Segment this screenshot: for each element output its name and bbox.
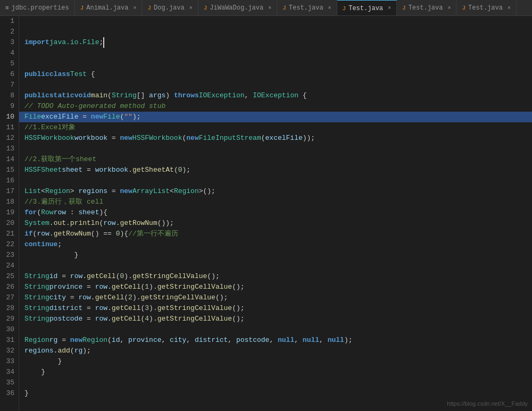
close-icon[interactable]: ×: [133, 5, 136, 11]
tab-tab-dog[interactable]: JDog.java×: [142, 0, 198, 16]
file-icon: J: [282, 5, 286, 11]
close-icon[interactable]: ×: [328, 5, 331, 11]
code-line: //1.Excel对象: [19, 122, 532, 133]
tab-label: Test.java: [409, 4, 443, 12]
line-number: 13: [2, 144, 14, 154]
code-line: [19, 58, 532, 69]
line-number: 5: [2, 58, 14, 69]
line-number: 7: [2, 80, 14, 90]
line-number: 36: [2, 388, 14, 399]
code-line: // TODO Auto-generated method stub: [19, 101, 532, 112]
line-number: 8: [2, 90, 14, 101]
tab-tab-jdbc[interactable]: ≡jdbc.properties: [0, 0, 75, 16]
code-line: [19, 261, 532, 271]
line-number: 23: [2, 250, 14, 261]
tab-tab-jiwawa[interactable]: JJiWaWaDog.java×: [198, 0, 277, 16]
line-number: 14: [2, 154, 14, 165]
code-line: HSSFSheet sheet = workbook.getSheetAt(0)…: [19, 165, 532, 175]
line-number: 34: [2, 367, 14, 378]
code-line: regions.add(rg);: [19, 346, 532, 356]
file-icon: J: [462, 5, 466, 11]
line-number: 11: [2, 122, 14, 133]
file-icon: J: [402, 5, 406, 11]
code-line: System.out.println(row.getRowNum());: [19, 218, 532, 229]
line-number: 10: [2, 112, 14, 122]
code-line: String city = row.getCell(2).getStringCe…: [19, 292, 532, 303]
tab-label: Test.java: [468, 4, 503, 12]
code-line: }: [19, 367, 532, 378]
line-number: 26: [2, 282, 14, 292]
code-line: [19, 144, 532, 154]
code-line: public class Test {: [19, 69, 532, 80]
line-number: 32: [2, 346, 14, 356]
code-line: String id = row.getCell(0).getStringCell…: [19, 271, 532, 282]
tab-label: Dog.java: [154, 4, 185, 12]
line-number: 28: [2, 303, 14, 314]
editor: 1234567891011121314151617181920212223242…: [0, 16, 532, 411]
tab-bar: ≡jdbc.propertiesJAnimal.java×JDog.java×J…: [0, 0, 532, 16]
line-number: 29: [2, 314, 14, 324]
code-line: public static void main(String[] args) t…: [19, 90, 532, 101]
close-icon[interactable]: ×: [508, 5, 511, 11]
line-number: 2: [2, 27, 14, 37]
code-line: File excelFile = new File("");: [19, 112, 532, 122]
line-number: 3: [2, 37, 14, 48]
tab-tab-test1[interactable]: JTest.java×: [277, 0, 337, 16]
code-line: //2.获取第一个sheet: [19, 154, 532, 165]
code-line: String province = row.getCell(1).getStri…: [19, 282, 532, 292]
tab-tab-test2[interactable]: JTest.java×: [337, 0, 397, 16]
code-line: String district = row.getCell(3).getStri…: [19, 303, 532, 314]
line-number: 17: [2, 186, 14, 197]
line-number: 9: [2, 101, 14, 112]
line-number: 31: [2, 335, 14, 346]
watermark: https://blog.csdn.net/X__Faddy: [447, 400, 528, 407]
close-icon[interactable]: ×: [189, 5, 193, 11]
code-line: import java.io.File;: [19, 37, 532, 48]
code-line: [19, 80, 532, 90]
code-line: [19, 378, 532, 388]
close-icon[interactable]: ×: [268, 5, 271, 11]
close-icon[interactable]: ×: [447, 5, 451, 11]
line-number: 1: [2, 16, 14, 27]
tab-label: Animal.java: [86, 4, 128, 12]
code-line: String postcode = row.getCell(4).getStri…: [19, 314, 532, 324]
close-icon[interactable]: ×: [388, 5, 391, 11]
code-line: [19, 324, 532, 335]
code-line: [19, 16, 532, 27]
code-line: continue;: [19, 239, 532, 250]
tab-tab-test3[interactable]: JTest.java×: [397, 0, 456, 16]
code-line: Region rg = new Region(id, province, cit…: [19, 335, 532, 346]
code-line: }: [19, 356, 532, 367]
code-line: if(row.getRowNum() == 0){//第一行不遍历: [19, 229, 532, 239]
line-number: 16: [2, 175, 14, 186]
line-number: 15: [2, 165, 14, 175]
code-line: [19, 48, 532, 58]
code-line: [19, 175, 532, 186]
line-number: 21: [2, 229, 14, 239]
line-number: 4: [2, 48, 14, 58]
code-area[interactable]: import java.io.File; public class Test {…: [19, 16, 532, 411]
tab-label: jdbc.properties: [12, 4, 69, 12]
line-number: 30: [2, 324, 14, 335]
code-line: [19, 27, 532, 37]
tab-label: Test.java: [289, 4, 323, 12]
line-number: 22: [2, 239, 14, 250]
line-numbers: 1234567891011121314151617181920212223242…: [0, 16, 19, 411]
line-number: 27: [2, 292, 14, 303]
file-icon: J: [343, 5, 346, 12]
code-line: }: [19, 250, 532, 261]
code-line: //3.遍历行，获取 cell: [19, 197, 532, 207]
line-number: 24: [2, 261, 14, 271]
line-number: 18: [2, 197, 14, 207]
code-line: List<Region> regions = new ArrayList<Reg…: [19, 186, 532, 197]
file-icon: J: [147, 5, 151, 11]
line-number: 6: [2, 69, 14, 80]
file-icon: ≡: [5, 5, 9, 11]
line-number: 25: [2, 271, 14, 282]
code-line: }: [19, 388, 532, 399]
tab-tab-animal[interactable]: JAnimal.java×: [75, 0, 143, 16]
line-number: 33: [2, 356, 14, 367]
tab-label: Test.java: [348, 5, 383, 12]
tab-tab-test4[interactable]: JTest.java×: [456, 0, 516, 16]
tab-label: JiWaWaDog.java: [210, 4, 263, 12]
